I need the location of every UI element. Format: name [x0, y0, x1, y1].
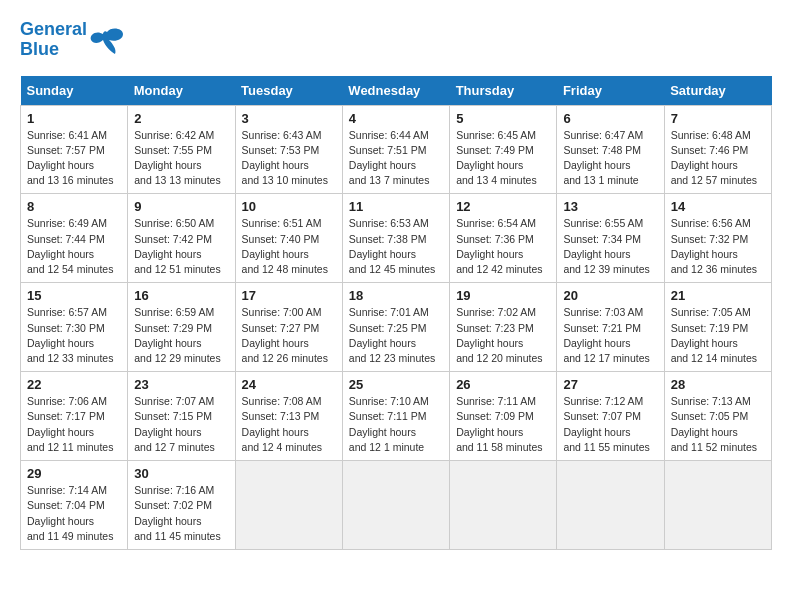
calendar-cell: 16 Sunrise: 6:59 AM Sunset: 7:29 PM Dayl… — [128, 283, 235, 372]
day-number: 2 — [134, 111, 228, 126]
day-info: Sunrise: 6:51 AM Sunset: 7:40 PM Dayligh… — [242, 216, 336, 277]
day-info: Sunrise: 6:49 AM Sunset: 7:44 PM Dayligh… — [27, 216, 121, 277]
day-info: Sunrise: 6:56 AM Sunset: 7:32 PM Dayligh… — [671, 216, 765, 277]
calendar-cell — [664, 461, 771, 550]
logo-bird-icon — [89, 24, 125, 56]
calendar-cell: 15 Sunrise: 6:57 AM Sunset: 7:30 PM Dayl… — [21, 283, 128, 372]
day-number: 22 — [27, 377, 121, 392]
day-info: Sunrise: 6:47 AM Sunset: 7:48 PM Dayligh… — [563, 128, 657, 189]
day-info: Sunrise: 7:06 AM Sunset: 7:17 PM Dayligh… — [27, 394, 121, 455]
calendar-cell: 22 Sunrise: 7:06 AM Sunset: 7:17 PM Dayl… — [21, 372, 128, 461]
day-info: Sunrise: 6:48 AM Sunset: 7:46 PM Dayligh… — [671, 128, 765, 189]
calendar-cell: 13 Sunrise: 6:55 AM Sunset: 7:34 PM Dayl… — [557, 194, 664, 283]
day-number: 7 — [671, 111, 765, 126]
day-info: Sunrise: 7:02 AM Sunset: 7:23 PM Dayligh… — [456, 305, 550, 366]
day-number: 21 — [671, 288, 765, 303]
day-info: Sunrise: 6:41 AM Sunset: 7:57 PM Dayligh… — [27, 128, 121, 189]
calendar-cell: 8 Sunrise: 6:49 AM Sunset: 7:44 PM Dayli… — [21, 194, 128, 283]
calendar-week-2: 8 Sunrise: 6:49 AM Sunset: 7:44 PM Dayli… — [21, 194, 772, 283]
day-number: 19 — [456, 288, 550, 303]
day-info: Sunrise: 7:08 AM Sunset: 7:13 PM Dayligh… — [242, 394, 336, 455]
calendar-cell: 3 Sunrise: 6:43 AM Sunset: 7:53 PM Dayli… — [235, 105, 342, 194]
calendar-cell: 10 Sunrise: 6:51 AM Sunset: 7:40 PM Dayl… — [235, 194, 342, 283]
day-info: Sunrise: 7:03 AM Sunset: 7:21 PM Dayligh… — [563, 305, 657, 366]
calendar-cell: 18 Sunrise: 7:01 AM Sunset: 7:25 PM Dayl… — [342, 283, 449, 372]
calendar-cell: 28 Sunrise: 7:13 AM Sunset: 7:05 PM Dayl… — [664, 372, 771, 461]
day-number: 30 — [134, 466, 228, 481]
day-number: 4 — [349, 111, 443, 126]
day-info: Sunrise: 7:05 AM Sunset: 7:19 PM Dayligh… — [671, 305, 765, 366]
day-number: 14 — [671, 199, 765, 214]
day-number: 29 — [27, 466, 121, 481]
day-info: Sunrise: 7:00 AM Sunset: 7:27 PM Dayligh… — [242, 305, 336, 366]
calendar-cell: 7 Sunrise: 6:48 AM Sunset: 7:46 PM Dayli… — [664, 105, 771, 194]
calendar-cell: 6 Sunrise: 6:47 AM Sunset: 7:48 PM Dayli… — [557, 105, 664, 194]
weekday-header-tuesday: Tuesday — [235, 76, 342, 106]
calendar-cell — [235, 461, 342, 550]
calendar-cell: 1 Sunrise: 6:41 AM Sunset: 7:57 PM Dayli… — [21, 105, 128, 194]
calendar-cell: 12 Sunrise: 6:54 AM Sunset: 7:36 PM Dayl… — [450, 194, 557, 283]
weekday-header-monday: Monday — [128, 76, 235, 106]
day-number: 20 — [563, 288, 657, 303]
day-number: 8 — [27, 199, 121, 214]
calendar-cell: 25 Sunrise: 7:10 AM Sunset: 7:11 PM Dayl… — [342, 372, 449, 461]
day-info: Sunrise: 6:50 AM Sunset: 7:42 PM Dayligh… — [134, 216, 228, 277]
weekday-header-saturday: Saturday — [664, 76, 771, 106]
calendar-cell: 26 Sunrise: 7:11 AM Sunset: 7:09 PM Dayl… — [450, 372, 557, 461]
calendar-cell: 4 Sunrise: 6:44 AM Sunset: 7:51 PM Dayli… — [342, 105, 449, 194]
calendar-cell: 17 Sunrise: 7:00 AM Sunset: 7:27 PM Dayl… — [235, 283, 342, 372]
weekday-header-friday: Friday — [557, 76, 664, 106]
calendar-week-5: 29 Sunrise: 7:14 AM Sunset: 7:04 PM Dayl… — [21, 461, 772, 550]
day-number: 13 — [563, 199, 657, 214]
weekday-header-sunday: Sunday — [21, 76, 128, 106]
day-number: 11 — [349, 199, 443, 214]
day-number: 26 — [456, 377, 550, 392]
day-info: Sunrise: 6:53 AM Sunset: 7:38 PM Dayligh… — [349, 216, 443, 277]
day-number: 28 — [671, 377, 765, 392]
calendar-cell: 24 Sunrise: 7:08 AM Sunset: 7:13 PM Dayl… — [235, 372, 342, 461]
calendar-cell — [557, 461, 664, 550]
calendar-cell: 21 Sunrise: 7:05 AM Sunset: 7:19 PM Dayl… — [664, 283, 771, 372]
calendar-cell: 20 Sunrise: 7:03 AM Sunset: 7:21 PM Dayl… — [557, 283, 664, 372]
day-number: 27 — [563, 377, 657, 392]
day-info: Sunrise: 6:54 AM Sunset: 7:36 PM Dayligh… — [456, 216, 550, 277]
day-info: Sunrise: 7:10 AM Sunset: 7:11 PM Dayligh… — [349, 394, 443, 455]
calendar-cell: 19 Sunrise: 7:02 AM Sunset: 7:23 PM Dayl… — [450, 283, 557, 372]
calendar-cell: 2 Sunrise: 6:42 AM Sunset: 7:55 PM Dayli… — [128, 105, 235, 194]
day-number: 16 — [134, 288, 228, 303]
day-info: Sunrise: 7:11 AM Sunset: 7:09 PM Dayligh… — [456, 394, 550, 455]
calendar-cell: 9 Sunrise: 6:50 AM Sunset: 7:42 PM Dayli… — [128, 194, 235, 283]
day-info: Sunrise: 6:45 AM Sunset: 7:49 PM Dayligh… — [456, 128, 550, 189]
day-number: 25 — [349, 377, 443, 392]
day-number: 3 — [242, 111, 336, 126]
day-info: Sunrise: 6:55 AM Sunset: 7:34 PM Dayligh… — [563, 216, 657, 277]
day-number: 6 — [563, 111, 657, 126]
day-info: Sunrise: 7:14 AM Sunset: 7:04 PM Dayligh… — [27, 483, 121, 544]
day-info: Sunrise: 6:57 AM Sunset: 7:30 PM Dayligh… — [27, 305, 121, 366]
weekday-header-wednesday: Wednesday — [342, 76, 449, 106]
day-number: 9 — [134, 199, 228, 214]
calendar-cell: 5 Sunrise: 6:45 AM Sunset: 7:49 PM Dayli… — [450, 105, 557, 194]
day-info: Sunrise: 6:43 AM Sunset: 7:53 PM Dayligh… — [242, 128, 336, 189]
day-info: Sunrise: 7:13 AM Sunset: 7:05 PM Dayligh… — [671, 394, 765, 455]
day-number: 10 — [242, 199, 336, 214]
day-number: 23 — [134, 377, 228, 392]
calendar-cell — [450, 461, 557, 550]
day-info: Sunrise: 7:16 AM Sunset: 7:02 PM Dayligh… — [134, 483, 228, 544]
calendar-cell: 11 Sunrise: 6:53 AM Sunset: 7:38 PM Dayl… — [342, 194, 449, 283]
day-info: Sunrise: 7:12 AM Sunset: 7:07 PM Dayligh… — [563, 394, 657, 455]
weekday-header-thursday: Thursday — [450, 76, 557, 106]
logo-text: GeneralBlue — [20, 20, 87, 60]
day-number: 24 — [242, 377, 336, 392]
calendar-cell: 14 Sunrise: 6:56 AM Sunset: 7:32 PM Dayl… — [664, 194, 771, 283]
calendar-cell: 30 Sunrise: 7:16 AM Sunset: 7:02 PM Dayl… — [128, 461, 235, 550]
day-number: 12 — [456, 199, 550, 214]
calendar-cell — [342, 461, 449, 550]
calendar-cell: 23 Sunrise: 7:07 AM Sunset: 7:15 PM Dayl… — [128, 372, 235, 461]
day-number: 15 — [27, 288, 121, 303]
calendar-week-1: 1 Sunrise: 6:41 AM Sunset: 7:57 PM Dayli… — [21, 105, 772, 194]
day-info: Sunrise: 6:44 AM Sunset: 7:51 PM Dayligh… — [349, 128, 443, 189]
day-info: Sunrise: 6:42 AM Sunset: 7:55 PM Dayligh… — [134, 128, 228, 189]
calendar-table: SundayMondayTuesdayWednesdayThursdayFrid… — [20, 76, 772, 550]
logo: GeneralBlue — [20, 20, 125, 60]
